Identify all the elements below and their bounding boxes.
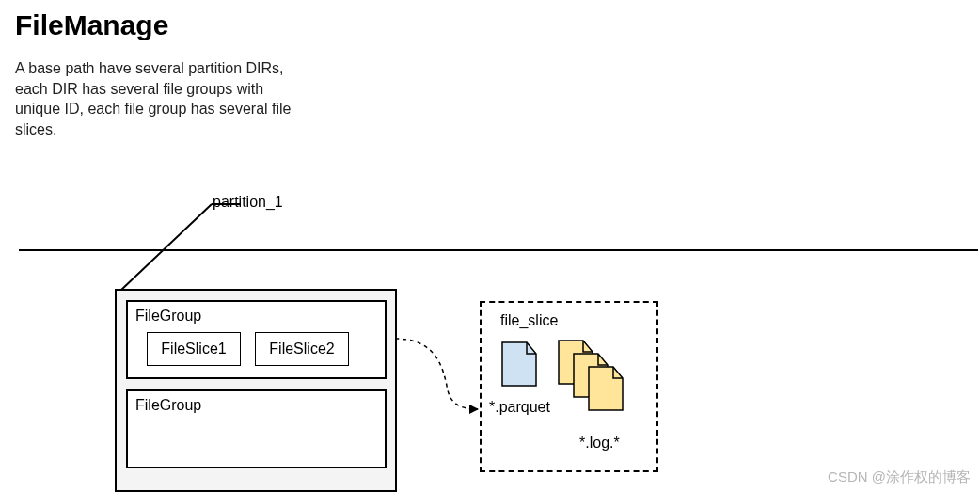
partition-label: partition_1	[213, 194, 283, 211]
fileslice-box: FileSlice1	[147, 332, 241, 366]
filegroup-label: FileGroup	[135, 308, 201, 325]
filegroup-label: FileGroup	[135, 397, 201, 414]
fileslice-detail-title: file_slice	[500, 312, 558, 329]
parquet-label: *.parquet	[489, 399, 550, 416]
log-label: *.log.*	[579, 435, 620, 452]
watermark-text: CSDN @涂作权的博客	[828, 468, 971, 486]
diagram-description: A base path have several partition DIRs,…	[15, 58, 297, 139]
filegroup-box: FileGroup	[126, 389, 387, 468]
filegroup-box: FileGroup FileSlice1 FileSlice2	[126, 300, 387, 379]
arrow-fileslice-to-detail	[395, 334, 489, 419]
log-files-icon	[557, 339, 632, 414]
fileslice-box: FileSlice2	[255, 332, 349, 366]
partition-container: FileGroup FileSlice1 FileSlice2 FileGrou…	[115, 289, 397, 492]
diagram-title: FileManage	[15, 9, 168, 41]
fileslice-detail-container: file_slice *.parquet *.log.*	[480, 301, 658, 472]
parquet-file-icon	[500, 341, 538, 388]
horizontal-divider	[19, 249, 978, 251]
